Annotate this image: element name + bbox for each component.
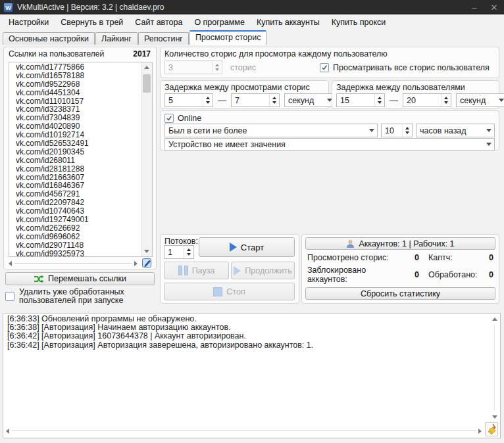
spinner-up-icon[interactable]	[378, 97, 382, 99]
scroll-thumb[interactable]	[143, 74, 151, 93]
link-item[interactable]: vk.com/id2626692	[9, 224, 141, 233]
last-seen-select[interactable]: Был в сети не более	[164, 124, 378, 137]
delay-users-group: Задержка между пользователями 15 — 20 се…	[332, 80, 499, 109]
view-all-stories-checkbox-row[interactable]: Просматривать все сторис пользователя	[320, 63, 490, 72]
link-item[interactable]: vk.com/id4451304	[9, 89, 141, 97]
menu-buy-proxy[interactable]: Купить прокси	[326, 15, 392, 30]
delay-stories-title: Задержка между просмотрами сторис	[164, 83, 310, 92]
links-count: 2017	[133, 49, 151, 58]
link-item[interactable]: vk.com/id28181288	[9, 165, 141, 174]
links-vertical-scrollbar[interactable]	[141, 62, 152, 256]
links-listbox[interactable]: vk.com/id17775866vk.com/id16578188vk.com…	[9, 62, 153, 257]
online-checkbox-row[interactable]: Online	[164, 114, 201, 123]
spinner-down-icon[interactable]	[206, 101, 210, 104]
scroll-down-icon[interactable]	[141, 246, 152, 256]
last-seen-unit-select[interactable]: часов назад	[416, 124, 495, 137]
range-separator: —	[390, 95, 398, 105]
scroll-down-icon[interactable]	[490, 412, 499, 421]
delete-processed-checkbox-row[interactable]: Удалить уже обработанных пользователей п…	[5, 288, 155, 305]
delay-stories-unit-select[interactable]: секунд	[284, 93, 336, 107]
resume-button: Продолжить	[231, 262, 295, 279]
link-item[interactable]: vk.com/id9696062	[9, 233, 141, 241]
scroll-left-icon[interactable]	[6, 429, 9, 434]
delay-users-to-spinner[interactable]: 20	[403, 93, 451, 107]
links-horizontal-scrollbar[interactable]	[9, 258, 138, 268]
menu-author-site[interactable]: Сайт автора	[129, 15, 188, 30]
spinner-up-icon[interactable]	[405, 127, 409, 129]
edit-links-button[interactable]	[140, 256, 154, 269]
last-seen-hours-value[interactable]: 10	[382, 124, 402, 137]
delay-users-from-spinner[interactable]: 15	[336, 93, 385, 107]
log-vertical-scrollbar[interactable]	[490, 314, 499, 421]
spinner-up-icon[interactable]	[272, 97, 276, 99]
threads-spinner[interactable]: 1	[164, 245, 194, 259]
scroll-right-icon[interactable]	[478, 429, 482, 434]
scroll-up-icon[interactable]	[141, 62, 152, 72]
last-seen-hours-spinner[interactable]: 10	[381, 124, 413, 137]
delay-users-from-value[interactable]: 15	[337, 94, 374, 106]
delay-stories-to-spinner[interactable]: 7	[231, 93, 280, 107]
start-label: Старт	[241, 243, 264, 252]
close-button[interactable]: ✕	[484, 0, 504, 14]
view-all-stories-label: Просматривать все сторис пользователя	[333, 63, 490, 72]
spinner-down-icon[interactable]	[272, 101, 276, 104]
scroll-left-icon[interactable]	[9, 261, 12, 266]
delete-processed-checkbox[interactable]	[5, 292, 14, 301]
tab-reposting[interactable]: Репостинг	[138, 32, 189, 45]
stop-icon	[213, 287, 222, 296]
device-select[interactable]: Устройство не имеет значения	[164, 138, 495, 151]
threads-label: Потоков:	[164, 237, 198, 246]
spinner-down-icon[interactable]	[378, 101, 382, 104]
link-item[interactable]: vk.com/id20190345	[9, 148, 141, 156]
stat-captcha-label: Каптч:	[419, 253, 482, 262]
stories-count-value: 3	[165, 61, 212, 74]
spinner-down-icon[interactable]	[187, 253, 191, 256]
link-item[interactable]: vk.com/id16578188	[9, 72, 141, 80]
play-icon	[230, 243, 237, 252]
spinner-down-icon[interactable]	[444, 101, 448, 104]
delete-processed-label: Удалить уже обработанных пользователей п…	[19, 288, 155, 305]
scroll-up-icon[interactable]	[490, 314, 499, 323]
tab-liking[interactable]: Лайкинг	[95, 32, 138, 45]
shuffle-links-button[interactable]: Перемешать ссылки	[5, 272, 155, 285]
delay-stories-from-value[interactable]: 5	[165, 94, 203, 106]
spinner-up-icon[interactable]	[187, 248, 191, 251]
delay-users-unit-select[interactable]: секунд	[456, 93, 504, 107]
link-item[interactable]: vk.com/id17775866	[9, 63, 141, 72]
delay-stories-to-value[interactable]: 7	[232, 94, 269, 106]
tab-main-settings[interactable]: Основные настройки	[3, 32, 95, 45]
online-checkbox[interactable]	[164, 114, 174, 123]
tab-story-view[interactable]: Просмотр сторис	[189, 30, 267, 45]
minimize-button[interactable]: –	[465, 0, 484, 14]
accounts-button[interactable]: Аккаунтов: 1 | Рабочих: 1	[305, 237, 495, 250]
spinner-down-icon[interactable]	[405, 131, 409, 134]
spinner-up-icon[interactable]	[444, 97, 448, 99]
threads-value[interactable]: 1	[164, 246, 184, 258]
last-seen-unit-value: часов назад	[416, 126, 484, 135]
menu-buy-accounts[interactable]: Купить аккаунты	[251, 15, 326, 30]
check-icon	[321, 64, 328, 71]
menu-minimize-to-tray[interactable]: Свернуть в трей	[55, 15, 129, 30]
link-item[interactable]: vk.com/id268011	[9, 156, 141, 165]
delay-stories-from-spinner[interactable]: 5	[164, 93, 213, 107]
link-item[interactable]: vk.com/id99325973	[9, 250, 141, 257]
stat-captcha-value: 0	[482, 253, 493, 262]
menu-settings[interactable]: Настройки	[3, 15, 55, 30]
view-all-stories-checkbox[interactable]	[320, 63, 329, 72]
menu-about[interactable]: О программе	[188, 15, 250, 30]
link-item[interactable]: vk.com/id192749001	[9, 216, 141, 224]
scroll-right-icon[interactable]	[134, 261, 138, 266]
clear-log-button[interactable]	[485, 422, 498, 436]
link-item[interactable]: vk.com/id29071148	[9, 241, 141, 250]
delay-users-to-value[interactable]: 20	[403, 94, 441, 106]
link-item[interactable]: vk.com/id9522968	[9, 80, 141, 89]
stats-group: Аккаунтов: 1 | Рабочих: 1 Просмотрено ст…	[301, 234, 499, 304]
reset-stats-button[interactable]: Сбросить статистику	[305, 287, 495, 300]
play-icon	[234, 266, 241, 275]
start-button[interactable]: Старт	[199, 237, 295, 257]
log-horizontal-scrollbar[interactable]	[6, 426, 482, 436]
delay-stories-unit-value: секунд	[285, 96, 324, 105]
links-panel-title: Ссылки на пользователей	[9, 49, 104, 58]
link-item[interactable]: vk.com/id526532491	[9, 139, 141, 148]
spinner-up-icon[interactable]	[206, 97, 210, 99]
